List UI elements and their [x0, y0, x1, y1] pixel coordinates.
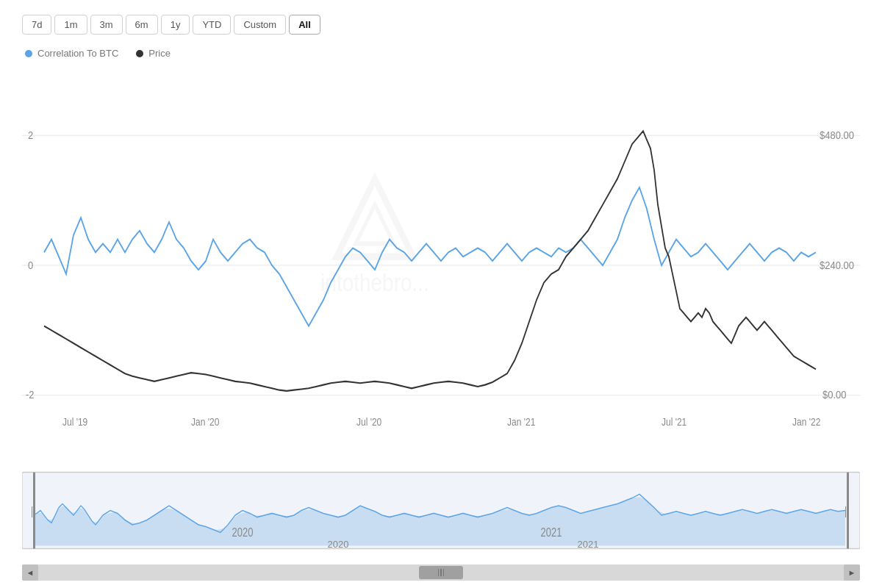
time-range-buttons: 7d 1m 3m 6m 1y YTD Custom All	[22, 15, 860, 35]
btn-1y[interactable]: 1y	[161, 15, 190, 35]
price-line	[44, 131, 816, 390]
btn-custom[interactable]: Custom	[234, 15, 286, 35]
nav-handle-left-symbol: ||	[31, 504, 35, 517]
legend-label-price: Price	[148, 48, 171, 59]
btn-3m[interactable]: 3m	[90, 15, 123, 35]
navigator-area[interactable]: || || 2020 2021 2020 2021	[22, 467, 860, 563]
x-label-jan21: Jan '21	[507, 416, 535, 428]
nav-handle-right-symbol: ||	[845, 504, 849, 517]
x-label-jul20: Jul '20	[356, 416, 381, 428]
nav-label-2021: 2021	[541, 525, 562, 539]
scrollbar[interactable]: ◄ ►	[22, 564, 860, 581]
navigator-svg: || || 2020 2021	[22, 467, 860, 563]
legend-dot-price	[136, 50, 143, 57]
main-container: 7d 1m 3m 6m 1y YTD Custom All Correlatio…	[0, 0, 882, 588]
scroll-thumb-lines	[438, 569, 445, 576]
btn-ytd[interactable]: YTD	[193, 15, 231, 35]
x-label-jul19: Jul '19	[62, 416, 87, 428]
btn-7d[interactable]: 7d	[22, 15, 51, 35]
chart-wrapper: intothebro... 2 0 -2 $480.00 $240.00 $0.…	[22, 66, 860, 581]
legend-price: Price	[136, 48, 171, 59]
scroll-track[interactable]	[38, 564, 844, 581]
nav-label-2020: 2020	[232, 525, 254, 539]
y-label-240: $240.00	[820, 259, 854, 271]
main-chart-area[interactable]: intothebro... 2 0 -2 $480.00 $240.00 $0.…	[22, 66, 860, 465]
legend-correlation: Correlation To BTC	[25, 48, 118, 59]
correlation-line	[44, 187, 816, 326]
x-label-jan20: Jan '20	[191, 416, 219, 428]
y-label-0: 0	[28, 259, 33, 271]
legend-label-correlation: Correlation To BTC	[37, 48, 118, 59]
scroll-thumb-line-3	[443, 569, 445, 576]
btn-6m[interactable]: 6m	[126, 15, 158, 35]
scroll-left-arrow[interactable]: ◄	[22, 564, 38, 581]
scroll-right-arrow[interactable]: ►	[844, 564, 860, 581]
y-label-480: $480.00	[820, 129, 854, 141]
chart-legend: Correlation To BTC Price	[22, 48, 860, 59]
btn-all[interactable]: All	[289, 15, 320, 35]
scroll-thumb-line-2	[440, 569, 442, 576]
x-label-jul21: Jul '21	[662, 416, 686, 428]
y-label-neg2: -2	[26, 388, 35, 401]
x-label-jan22: Jan '22	[792, 416, 820, 428]
main-chart-svg: intothebro... 2 0 -2 $480.00 $240.00 $0.…	[22, 66, 860, 465]
y-label-0-right: $0.00	[822, 388, 847, 401]
y-label-2: 2	[28, 129, 33, 141]
legend-dot-correlation	[25, 50, 32, 57]
scroll-thumb[interactable]	[419, 566, 463, 579]
scroll-thumb-line-1	[438, 569, 440, 576]
btn-1m[interactable]: 1m	[54, 15, 87, 35]
